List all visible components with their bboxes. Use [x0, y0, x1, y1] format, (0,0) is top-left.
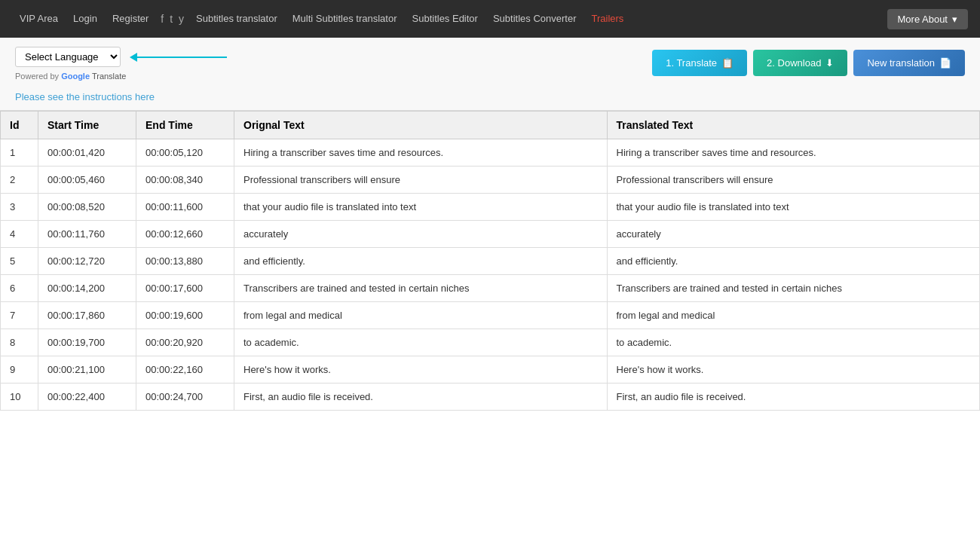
col-header-trans: Translated Text — [607, 112, 980, 139]
cell-id: 9 — [1, 356, 38, 384]
download-button[interactable]: 2. Download ⬇ — [753, 50, 847, 76]
translate-button-label: 1. Translate — [666, 57, 717, 69]
cell-orig: Professional transcribers will ensure — [234, 167, 608, 194]
cell-trans: to academic. — [607, 329, 980, 356]
cell-orig: Transcribers are trained and tested in c… — [234, 275, 608, 302]
cell-trans: that your audio file is translated into … — [607, 194, 980, 221]
cell-id: 2 — [1, 167, 38, 194]
table-row: 6 00:00:14,200 00:00:17,600 Transcribers… — [1, 275, 980, 302]
cell-orig: that your audio file is translated into … — [234, 194, 608, 221]
cell-start: 00:00:21,100 — [38, 356, 136, 384]
cell-start: 00:00:01,420 — [38, 139, 136, 167]
cell-start: 00:00:19,700 — [38, 329, 136, 356]
col-header-orig: Orignal Text — [234, 112, 608, 139]
cell-start: 00:00:11,760 — [38, 221, 136, 248]
cell-trans: from legal and medical — [607, 302, 980, 329]
cell-id: 6 — [1, 275, 38, 302]
table-wrapper[interactable]: Id Start Time End Time Orignal Text Tran… — [0, 111, 980, 503]
powered-by-text: Powered by Google Translate — [15, 72, 227, 81]
powered-by-prefix: Powered by — [15, 72, 59, 81]
cell-orig: First, an audio file is received. — [234, 384, 608, 411]
table-container: Id Start Time End Time Orignal Text Tran… — [0, 111, 980, 503]
facebook-icon[interactable]: f — [161, 13, 164, 25]
cell-id: 10 — [1, 384, 38, 411]
cell-start: 00:00:22,400 — [38, 384, 136, 411]
youtube-icon[interactable]: y — [179, 13, 184, 25]
cell-end: 00:00:05,120 — [136, 139, 234, 167]
table-row: 2 00:00:05,460 00:00:08,340 Professional… — [1, 167, 980, 194]
nav-multi-subtitles[interactable]: Multi Subtitles translator — [285, 0, 405, 38]
table-row: 1 00:00:01,420 00:00:05,120 Hiring a tra… — [1, 139, 980, 167]
download-icon: ⬇ — [825, 57, 834, 69]
cell-orig: accurately — [234, 221, 608, 248]
table-row: 4 00:00:11,760 00:00:12,660 accurately a… — [1, 221, 980, 248]
cell-id: 4 — [1, 221, 38, 248]
cell-end: 00:00:24,700 — [136, 384, 234, 411]
cell-start: 00:00:12,720 — [38, 248, 136, 275]
cell-end: 00:00:20,920 — [136, 329, 234, 356]
arrow-indicator — [130, 53, 227, 62]
nav-subtitles-converter[interactable]: Subtitles Converter — [485, 0, 584, 38]
cell-id: 3 — [1, 194, 38, 221]
arrow-line — [136, 57, 227, 58]
nav-vip-area[interactable]: VIP Area — [12, 0, 66, 38]
cell-trans: Professional transcribers will ensure — [607, 167, 980, 194]
table-row: 5 00:00:12,720 00:00:13,880 and efficien… — [1, 248, 980, 275]
new-translation-button[interactable]: New translation 📄 — [853, 50, 965, 76]
table-row: 10 00:00:22,400 00:00:24,700 First, an a… — [1, 384, 980, 411]
translate-label: Translate — [92, 72, 126, 81]
language-select[interactable]: Select Language English Spanish French G… — [15, 47, 121, 67]
nav-register[interactable]: Register — [105, 0, 156, 38]
cell-end: 00:00:12,660 — [136, 221, 234, 248]
cell-start: 00:00:14,200 — [38, 275, 136, 302]
cell-id: 1 — [1, 139, 38, 167]
nav-login[interactable]: Login — [66, 0, 105, 38]
more-about-label: More About — [898, 14, 948, 25]
twitter-icon[interactable]: t — [170, 13, 173, 25]
cell-trans: Transcribers are trained and tested in c… — [607, 275, 980, 302]
cell-end: 00:00:19,600 — [136, 302, 234, 329]
table-row: 9 00:00:21,100 00:00:22,160 Here's how i… — [1, 356, 980, 384]
dropdown-chevron-icon: ▾ — [952, 14, 957, 25]
cell-id: 5 — [1, 248, 38, 275]
cell-end: 00:00:11,600 — [136, 194, 234, 221]
col-header-end: End Time — [136, 112, 234, 139]
cell-end: 00:00:13,880 — [136, 248, 234, 275]
table-row: 7 00:00:17,860 00:00:19,600 from legal a… — [1, 302, 980, 329]
toolbar-area: Select Language English Spanish French G… — [0, 38, 980, 111]
cell-trans: First, an audio file is received. — [607, 384, 980, 411]
language-select-row: Select Language English Spanish French G… — [15, 47, 227, 67]
translate-button[interactable]: 1. Translate 📋 — [652, 50, 747, 76]
table-row: 8 00:00:19,700 00:00:20,920 to academic.… — [1, 329, 980, 356]
cell-orig: and efficiently. — [234, 248, 608, 275]
nav-trailers[interactable]: Trailers — [584, 0, 632, 38]
col-header-id: Id — [1, 112, 38, 139]
cell-id: 8 — [1, 329, 38, 356]
nav-subtitles-editor[interactable]: Subtitles Editor — [405, 0, 485, 38]
nav-social-icons: f t y — [156, 13, 188, 25]
cell-orig: Hiring a transcriber saves time and reso… — [234, 139, 608, 167]
cell-trans: and efficiently. — [607, 248, 980, 275]
nav-subtitles-translator[interactable]: Subtitles translator — [188, 0, 285, 38]
right-toolbar: 1. Translate 📋 2. Download ⬇ New transla… — [652, 50, 965, 76]
translate-icon: 📋 — [721, 57, 733, 69]
table-body: 1 00:00:01,420 00:00:05,120 Hiring a tra… — [1, 139, 980, 411]
subtitles-table: Id Start Time End Time Orignal Text Tran… — [0, 111, 980, 411]
new-translation-icon: 📄 — [939, 57, 951, 69]
new-translation-label: New translation — [867, 57, 935, 69]
navbar: VIP Area Login Register f t y Subtitles … — [0, 0, 980, 38]
instructions-link[interactable]: Please see the instructions here — [15, 91, 227, 102]
cell-orig: from legal and medical — [234, 302, 608, 329]
table-row: 3 00:00:08,520 00:00:11,600 that your au… — [1, 194, 980, 221]
cell-orig: to academic. — [234, 329, 608, 356]
cell-id: 7 — [1, 302, 38, 329]
cell-trans: accurately — [607, 221, 980, 248]
cell-orig: Here's how it works. — [234, 356, 608, 384]
col-header-start: Start Time — [38, 112, 136, 139]
cell-start: 00:00:08,520 — [38, 194, 136, 221]
more-about-button[interactable]: More About ▾ — [887, 9, 969, 29]
cell-end: 00:00:22,160 — [136, 356, 234, 384]
cell-start: 00:00:17,860 — [38, 302, 136, 329]
cell-trans: Here's how it works. — [607, 356, 980, 384]
cell-trans: Hiring a transcriber saves time and reso… — [607, 139, 980, 167]
